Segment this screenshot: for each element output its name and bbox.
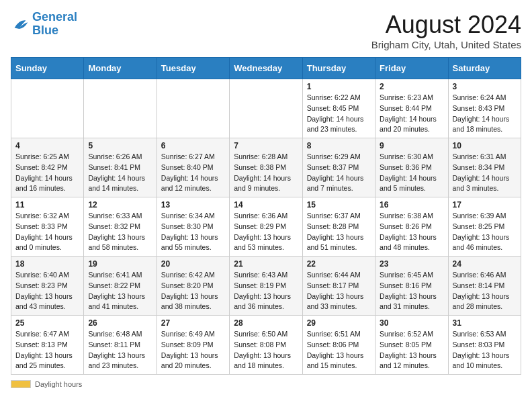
day-number: 19 xyxy=(88,259,152,269)
calendar-subtitle: Brigham City, Utah, United States xyxy=(371,39,521,50)
calendar-cell: 27Sunrise: 6:49 AMSunset: 8:09 PMDayligh… xyxy=(157,316,229,375)
day-number: 24 xyxy=(453,259,517,269)
calendar-header-tuesday: Tuesday xyxy=(157,58,229,79)
calendar-week-row: 11Sunrise: 6:32 AMSunset: 8:33 PMDayligh… xyxy=(11,197,521,257)
day-number: 18 xyxy=(15,259,79,269)
day-number: 21 xyxy=(234,259,298,269)
day-number: 15 xyxy=(307,200,371,210)
daylight-label: Daylight hours xyxy=(35,380,82,388)
day-info: Sunrise: 6:27 AMSunset: 8:40 PMDaylight:… xyxy=(161,152,225,194)
title-area: August 2024 Brigham City, Utah, United S… xyxy=(371,11,521,50)
day-number: 25 xyxy=(15,318,79,328)
day-info: Sunrise: 6:52 AMSunset: 8:05 PMDaylight:… xyxy=(380,329,443,371)
day-number: 1 xyxy=(307,82,371,91)
day-info: Sunrise: 6:38 AMSunset: 8:26 PMDaylight:… xyxy=(380,211,443,253)
day-info: Sunrise: 6:44 AMSunset: 8:17 PMDaylight:… xyxy=(307,270,371,312)
calendar-header-friday: Friday xyxy=(375,58,448,79)
day-number: 9 xyxy=(380,141,443,150)
calendar-header-thursday: Thursday xyxy=(302,58,375,79)
calendar-cell: 24Sunrise: 6:46 AMSunset: 8:14 PMDayligh… xyxy=(448,257,521,316)
day-number: 22 xyxy=(307,259,371,269)
day-number: 14 xyxy=(234,200,298,210)
day-number: 13 xyxy=(161,200,225,210)
calendar-cell: 6Sunrise: 6:27 AMSunset: 8:40 PMDaylight… xyxy=(157,138,229,197)
day-number: 16 xyxy=(380,200,443,210)
day-info: Sunrise: 6:48 AMSunset: 8:11 PMDaylight:… xyxy=(88,329,152,371)
logo: GeneralBlue xyxy=(11,11,77,38)
calendar-cell: 17Sunrise: 6:39 AMSunset: 8:25 PMDayligh… xyxy=(448,197,521,257)
day-info: Sunrise: 6:23 AMSunset: 8:44 PMDaylight:… xyxy=(380,93,443,135)
calendar-cell: 28Sunrise: 6:50 AMSunset: 8:08 PMDayligh… xyxy=(230,316,302,375)
day-info: Sunrise: 6:25 AMSunset: 8:42 PMDaylight:… xyxy=(15,152,79,194)
calendar-header-wednesday: Wednesday xyxy=(230,58,302,79)
day-number: 8 xyxy=(307,141,371,150)
calendar-cell: 31Sunrise: 6:53 AMSunset: 8:03 PMDayligh… xyxy=(448,316,521,375)
day-info: Sunrise: 6:43 AMSunset: 8:19 PMDaylight:… xyxy=(234,270,298,312)
day-info: Sunrise: 6:24 AMSunset: 8:43 PMDaylight:… xyxy=(453,93,517,135)
day-number: 12 xyxy=(88,200,152,210)
day-number: 11 xyxy=(15,200,79,210)
calendar-cell: 10Sunrise: 6:31 AMSunset: 8:34 PMDayligh… xyxy=(448,138,521,197)
day-info: Sunrise: 6:28 AMSunset: 8:38 PMDaylight:… xyxy=(234,152,298,194)
day-info: Sunrise: 6:30 AMSunset: 8:36 PMDaylight:… xyxy=(380,152,443,194)
day-number: 31 xyxy=(453,318,517,328)
daylight-bar-icon xyxy=(11,380,31,388)
calendar-cell: 14Sunrise: 6:36 AMSunset: 8:29 PMDayligh… xyxy=(230,197,302,257)
calendar-cell: 21Sunrise: 6:43 AMSunset: 8:19 PMDayligh… xyxy=(230,257,302,316)
day-info: Sunrise: 6:36 AMSunset: 8:29 PMDaylight:… xyxy=(234,211,298,253)
calendar-cell: 30Sunrise: 6:52 AMSunset: 8:05 PMDayligh… xyxy=(375,316,448,375)
calendar-cell: 8Sunrise: 6:29 AMSunset: 8:37 PMDaylight… xyxy=(302,138,375,197)
day-number: 23 xyxy=(380,259,443,269)
day-number: 30 xyxy=(380,318,443,328)
calendar-cell: 16Sunrise: 6:38 AMSunset: 8:26 PMDayligh… xyxy=(375,197,448,257)
day-info: Sunrise: 6:50 AMSunset: 8:08 PMDaylight:… xyxy=(234,329,298,371)
day-number: 29 xyxy=(307,318,371,328)
day-number: 7 xyxy=(234,141,298,150)
calendar-header-saturday: Saturday xyxy=(448,58,521,79)
calendar-cell: 18Sunrise: 6:40 AMSunset: 8:23 PMDayligh… xyxy=(11,257,84,316)
calendar-cell: 22Sunrise: 6:44 AMSunset: 8:17 PMDayligh… xyxy=(302,257,375,316)
day-number: 4 xyxy=(15,141,79,150)
day-number: 20 xyxy=(161,259,225,269)
calendar-cell: 15Sunrise: 6:37 AMSunset: 8:28 PMDayligh… xyxy=(302,197,375,257)
calendar-cell: 12Sunrise: 6:33 AMSunset: 8:32 PMDayligh… xyxy=(84,197,157,257)
day-info: Sunrise: 6:26 AMSunset: 8:41 PMDaylight:… xyxy=(88,152,152,194)
day-info: Sunrise: 6:29 AMSunset: 8:37 PMDaylight:… xyxy=(307,152,371,194)
day-number: 27 xyxy=(161,318,225,328)
calendar-cell: 23Sunrise: 6:45 AMSunset: 8:16 PMDayligh… xyxy=(375,257,448,316)
day-number: 26 xyxy=(88,318,152,328)
calendar-week-row: 1Sunrise: 6:22 AMSunset: 8:45 PMDaylight… xyxy=(11,79,521,138)
calendar-cell: 1Sunrise: 6:22 AMSunset: 8:45 PMDaylight… xyxy=(302,79,375,138)
footer-note: Daylight hours xyxy=(11,380,521,388)
day-info: Sunrise: 6:40 AMSunset: 8:23 PMDaylight:… xyxy=(15,270,79,312)
calendar-cell: 11Sunrise: 6:32 AMSunset: 8:33 PMDayligh… xyxy=(11,197,84,257)
calendar-week-row: 18Sunrise: 6:40 AMSunset: 8:23 PMDayligh… xyxy=(11,257,521,316)
day-info: Sunrise: 6:39 AMSunset: 8:25 PMDaylight:… xyxy=(453,211,517,253)
day-number: 28 xyxy=(234,318,298,328)
calendar-table: SundayMondayTuesdayWednesdayThursdayFrid… xyxy=(11,57,521,375)
day-info: Sunrise: 6:53 AMSunset: 8:03 PMDaylight:… xyxy=(453,329,517,371)
day-number: 5 xyxy=(88,141,152,150)
calendar-header-monday: Monday xyxy=(84,58,157,79)
day-info: Sunrise: 6:37 AMSunset: 8:28 PMDaylight:… xyxy=(307,211,371,253)
calendar-cell: 19Sunrise: 6:41 AMSunset: 8:22 PMDayligh… xyxy=(84,257,157,316)
calendar-header-sunday: Sunday xyxy=(11,58,84,79)
day-info: Sunrise: 6:22 AMSunset: 8:45 PMDaylight:… xyxy=(307,93,371,135)
day-info: Sunrise: 6:46 AMSunset: 8:14 PMDaylight:… xyxy=(453,270,517,312)
calendar-cell: 9Sunrise: 6:30 AMSunset: 8:36 PMDaylight… xyxy=(375,138,448,197)
day-info: Sunrise: 6:51 AMSunset: 8:06 PMDaylight:… xyxy=(307,329,371,371)
calendar-header-row: SundayMondayTuesdayWednesdayThursdayFrid… xyxy=(11,58,521,79)
calendar-cell: 3Sunrise: 6:24 AMSunset: 8:43 PMDaylight… xyxy=(448,79,521,138)
day-info: Sunrise: 6:45 AMSunset: 8:16 PMDaylight:… xyxy=(380,270,443,312)
day-info: Sunrise: 6:47 AMSunset: 8:13 PMDaylight:… xyxy=(15,329,79,371)
header: GeneralBlue August 2024 Brigham City, Ut… xyxy=(11,11,521,50)
day-info: Sunrise: 6:33 AMSunset: 8:32 PMDaylight:… xyxy=(88,211,152,253)
calendar-cell: 20Sunrise: 6:42 AMSunset: 8:20 PMDayligh… xyxy=(157,257,229,316)
logo-bird-icon xyxy=(11,15,30,34)
day-info: Sunrise: 6:41 AMSunset: 8:22 PMDaylight:… xyxy=(88,270,152,312)
day-number: 17 xyxy=(453,200,517,210)
day-info: Sunrise: 6:32 AMSunset: 8:33 PMDaylight:… xyxy=(15,211,79,253)
day-number: 3 xyxy=(453,82,517,91)
calendar-week-row: 4Sunrise: 6:25 AMSunset: 8:42 PMDaylight… xyxy=(11,138,521,197)
logo-text: GeneralBlue xyxy=(32,11,77,38)
